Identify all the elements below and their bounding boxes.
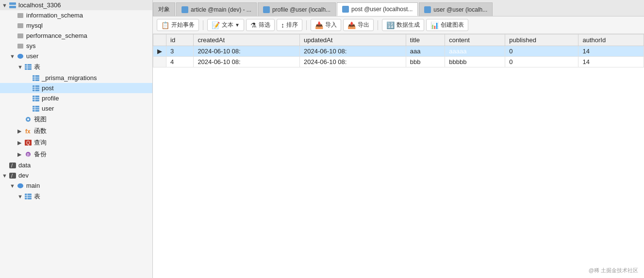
col-header-content[interactable]: content (445, 34, 505, 46)
sidebar-item-performance_schema[interactable]: performance_schema (0, 31, 152, 41)
sidebar-item-localhost_3306[interactable]: ▼localhost_3306 (0, 0, 152, 10)
tab-db-icon (263, 6, 270, 13)
svg-rect-1 (9, 6, 16, 8)
cell-content[interactable]: bbbbb (445, 57, 505, 67)
svg-rect-11 (33, 75, 39, 81)
export-button[interactable]: 📤 导出 (343, 19, 374, 31)
chevron-icon: ▼ (10, 183, 17, 189)
sidebar-item-main-tables[interactable]: ▼表 (0, 191, 152, 202)
sidebar-item-label: performance_schema (26, 32, 87, 39)
chevron-icon: ▼ (17, 64, 24, 70)
cell-published[interactable]: 0 (505, 46, 578, 57)
sidebar-item-data[interactable]: /data (0, 160, 152, 170)
text-dropdown-icon: ▼ (235, 22, 240, 28)
begin-transaction-button[interactable]: 📋 开始事务 (157, 19, 199, 31)
svg-rect-39 (25, 194, 32, 199)
col-header-indicator[interactable] (153, 34, 166, 46)
toolbar: 📋 开始事务 📝 文本 ▼ ⚗ 筛选 ↕ 排序 📥 导入 📤 导出 🔢 (153, 16, 644, 34)
data-table: idcreatedAtupdatedAttitlecontentpublishe… (153, 34, 644, 67)
col-header-authorId[interactable]: authorId (578, 34, 644, 46)
cell-title[interactable]: bbb (406, 57, 445, 67)
sidebar-item-label: _prisma_migrations (42, 74, 97, 82)
chevron-icon: ▼ (2, 173, 9, 179)
data-table-area[interactable]: idcreatedAtupdatedAttitlecontentpublishe… (153, 34, 644, 278)
cell-content[interactable]: aaaaa (445, 46, 505, 57)
sidebar-item-label: 备份 (34, 150, 47, 159)
tab-article[interactable]: article @main (dev) - ... (176, 2, 257, 16)
tab-label: 对象 (158, 5, 170, 14)
sidebar-item-views-group[interactable]: 视图 (0, 114, 152, 125)
cell-indicator[interactable] (153, 57, 166, 67)
export-icon: 📤 (347, 21, 356, 29)
col-header-createdAt[interactable]: createdAt (194, 34, 300, 46)
transaction-icon: 📋 (161, 21, 169, 29)
table-row[interactable]: 42024-06-10 08:2024-06-10 08:bbbbbbbb014 (153, 57, 644, 67)
cell-updatedAt[interactable]: 2024-06-10 08: (300, 46, 406, 57)
table-row[interactable]: ▶32024-06-10 08:2024-06-10 08:aaaaaaaa01… (153, 46, 644, 57)
sidebar-item-user-table[interactable]: user (0, 103, 152, 114)
tab-label: profile @user (localh... (272, 6, 330, 13)
cell-createdAt[interactable]: 2024-06-10 08: (194, 57, 300, 67)
sidebar-item-tables-group[interactable]: ▼表 (0, 61, 152, 73)
cell-authorId[interactable]: 14 (578, 46, 644, 57)
chevron-icon: ▼ (10, 53, 17, 59)
sidebar-item-post[interactable]: post (0, 83, 152, 93)
cell-id[interactable]: 4 (166, 57, 194, 67)
sidebar-item-backup-group[interactable]: ▶B备份 (0, 148, 152, 160)
sidebar-item-label: 函数 (34, 127, 47, 135)
cell-authorId[interactable]: 14 (578, 57, 644, 67)
tab-objects[interactable]: 对象 (153, 2, 175, 16)
sidebar-item-main[interactable]: ▼main (0, 180, 152, 191)
sidebar-item-user[interactable]: ▼user (0, 51, 152, 61)
col-header-published[interactable]: published (505, 34, 578, 46)
sidebar-item-label: user (42, 105, 54, 112)
sidebar-item-information_schema[interactable]: information_schema (0, 10, 152, 20)
tab-label: post @user (localhost... (351, 6, 413, 13)
sidebar-item-queries-group[interactable]: ▶Q查询 (0, 137, 152, 148)
generate-data-button[interactable]: 🔢 数据生成 (382, 19, 424, 31)
import-button[interactable]: 📥 导入 (311, 19, 341, 31)
tab-label: article @main (dev) - ... (191, 6, 251, 13)
cell-published[interactable]: 0 (505, 57, 578, 67)
text-button[interactable]: 📝 文本 ▼ (207, 19, 244, 31)
watermark: @稀 土掘金技术社区 (589, 267, 638, 274)
cell-createdAt[interactable]: 2024-06-10 08: (194, 46, 300, 57)
col-header-id[interactable]: id (166, 34, 194, 46)
sidebar-item-label: 表 (34, 63, 40, 71)
separator-3 (378, 20, 378, 30)
sidebar-item-mysql[interactable]: mysql (0, 20, 152, 31)
filter-button[interactable]: ⚗ 筛选 (246, 19, 275, 31)
cell-title[interactable]: aaa (406, 46, 445, 57)
sidebar-item-label: data (18, 162, 31, 169)
svg-point-28 (27, 118, 29, 120)
tab-profile[interactable]: profile @user (localh... (258, 2, 336, 16)
svg-rect-5 (17, 44, 23, 49)
generate-icon: 🔢 (386, 21, 395, 29)
create-chart-button[interactable]: 📊 创建图表 (426, 19, 468, 31)
svg-rect-0 (9, 2, 16, 5)
sidebar-item-dev[interactable]: ▼/dev (0, 170, 152, 180)
cell-indicator[interactable]: ▶ (153, 46, 166, 57)
sidebar: ▼localhost_3306information_schemamysqlpe… (0, 0, 153, 278)
svg-rect-3 (17, 23, 23, 28)
separator-1 (203, 20, 203, 30)
chevron-icon: ▼ (2, 2, 9, 8)
tab-post[interactable]: post @user (localhost... (337, 2, 418, 16)
sort-icon: ↕ (281, 21, 284, 29)
chevron-icon: ▶ (17, 151, 24, 158)
cell-id[interactable]: 3 (166, 46, 194, 57)
sidebar-item-label: post (42, 84, 54, 92)
sidebar-item-functions-group[interactable]: ▶fx函数 (0, 125, 152, 137)
tab-user[interactable]: user @user (localh... (419, 2, 493, 16)
tab-label: user @user (localh... (433, 6, 487, 13)
col-header-title[interactable]: title (406, 34, 445, 46)
col-header-updatedAt[interactable]: updatedAt (300, 34, 406, 46)
sidebar-item-sys[interactable]: sys (0, 41, 152, 51)
svg-text:B: B (27, 152, 30, 157)
cell-updatedAt[interactable]: 2024-06-10 08: (300, 57, 406, 67)
sidebar-item-label: profile (42, 95, 59, 102)
sidebar-item-_prisma_migrations[interactable]: _prisma_migrations (0, 73, 152, 83)
sort-button[interactable]: ↕ 排序 (277, 19, 302, 31)
sidebar-item-profile[interactable]: profile (0, 93, 152, 103)
svg-point-6 (17, 54, 23, 59)
